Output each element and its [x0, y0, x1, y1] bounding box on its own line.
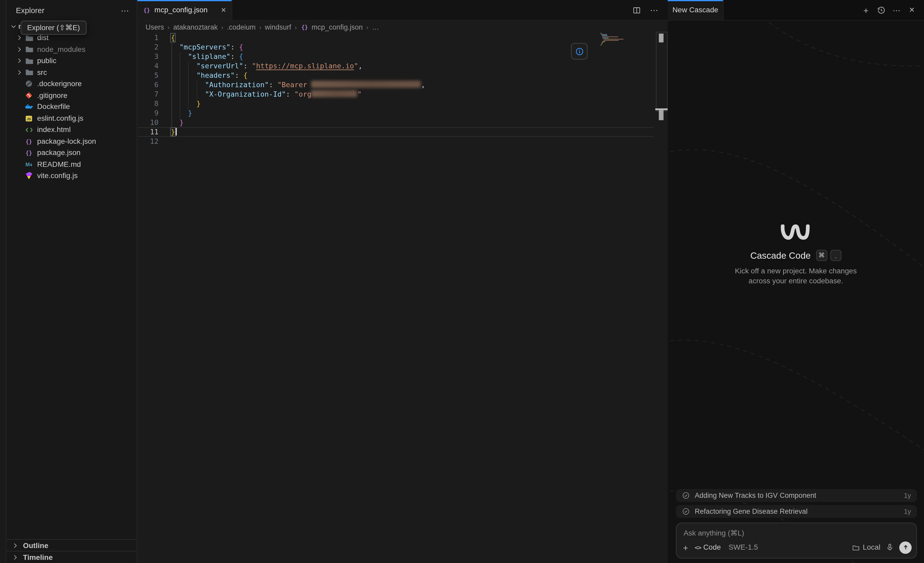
cascade-hero-title: Cascade Code: [750, 250, 811, 261]
breadcrumb-separator: ›: [295, 24, 297, 31]
history-item[interactable]: Adding New Tracks to IGV Component1y: [676, 489, 917, 502]
line-number: 4: [137, 61, 159, 71]
js-icon: JS: [24, 114, 33, 123]
editor-tab-bar: {} mcp_config.json ✕ ⋯: [137, 0, 668, 21]
markdown-icon: M: [24, 159, 33, 169]
breadcrumb[interactable]: Users›atakanoztarak›.codeium›windsurf›{}…: [137, 21, 668, 34]
vite-icon: [24, 171, 33, 180]
tree-item-eslint-config-js[interactable]: JSeslint.config.js: [6, 112, 137, 124]
svg-text:{}: {}: [301, 24, 308, 30]
breadcrumb-file[interactable]: {}mcp_config.json: [300, 23, 363, 31]
minimap-line: [600, 45, 602, 46]
chevron-right-icon: [15, 56, 24, 66]
history-age: 1y: [904, 492, 911, 499]
line-number: 7: [137, 90, 159, 99]
line-number: 1: [137, 33, 159, 42]
history-title: Adding New Tracks to IGV Component: [695, 491, 816, 500]
cascade-history-icon[interactable]: [876, 5, 886, 15]
history-item[interactable]: Refactoring Gene Disease Retrieval1y: [676, 505, 917, 518]
context-selector[interactable]: Local: [852, 544, 880, 552]
folder-icon: [24, 45, 33, 54]
tree-item-package-json[interactable]: {}package.json: [6, 147, 137, 159]
activity-rail[interactable]: [0, 0, 6, 563]
breadcrumb-item[interactable]: Users: [146, 23, 164, 31]
tree-item-node-modules[interactable]: node_modules: [6, 44, 137, 55]
line-number: 3: [137, 52, 159, 61]
tree-item-src[interactable]: src: [6, 66, 137, 78]
check-circle-icon: [682, 507, 690, 515]
minimap[interactable]: [600, 33, 640, 46]
tree-item-dockerfile[interactable]: Dockerfile: [6, 101, 137, 112]
cascade-input[interactable]: Ask anything (⌘L) + <> Code SWE-1.5: [676, 523, 917, 558]
tree-item-readme-md[interactable]: MREADME.md: [6, 159, 137, 170]
section-outline[interactable]: Outline: [6, 539, 137, 551]
code-line-8: 8 }: [137, 99, 654, 108]
code-line-10: 10 }: [137, 118, 654, 127]
windsurf-window: Explorer ⋯ mydistnode_modulespublicsrc.d…: [0, 0, 924, 563]
ignore-icon: [24, 79, 33, 88]
svg-text:{}: {}: [144, 7, 150, 13]
cascade-more-actions-icon[interactable]: ⋯: [891, 5, 902, 15]
model-selector[interactable]: SWE-1.5: [729, 544, 758, 552]
scrollbar-marker: [659, 110, 664, 120]
json-icon: {}: [24, 148, 33, 157]
tree-item-public[interactable]: public: [6, 55, 137, 66]
code-line-6: 6 "Authorization": "Bearer ,: [137, 80, 654, 90]
indent-guide: [180, 52, 180, 118]
mode-selector[interactable]: <> Code: [694, 544, 721, 552]
folder-icon: [24, 67, 33, 77]
file-tree: mydistnode_modulespublicsrc.dockerignore…: [6, 21, 137, 181]
breadcrumb-more[interactable]: …: [372, 23, 379, 31]
tree-item--gitignore[interactable]: .gitignore: [6, 90, 137, 101]
tab-new-cascade[interactable]: New Cascade: [668, 0, 724, 20]
html-icon: [24, 125, 33, 135]
breadcrumb-separator: ›: [221, 24, 224, 31]
tab-mcp-config-json[interactable]: {} mcp_config.json ✕: [137, 0, 232, 20]
minimap-line: [602, 35, 608, 36]
tree-item-index-html[interactable]: index.html: [6, 124, 137, 136]
chevron-right-icon: [15, 67, 24, 77]
breadcrumb-separator: ›: [168, 24, 170, 31]
microphone-icon[interactable]: [886, 544, 894, 552]
inline-info-button[interactable]: [571, 43, 588, 60]
minimap-line: [602, 42, 604, 43]
tree-item-vite-config-js[interactable]: vite.config.js: [6, 170, 137, 181]
code-mode-icon: <>: [694, 544, 701, 551]
line-number: 11: [137, 127, 159, 137]
explorer-more-actions-icon[interactable]: ⋯: [121, 6, 130, 15]
chevron-right-icon: [15, 45, 24, 54]
tab-close-icon[interactable]: ✕: [221, 6, 226, 14]
folder-icon: [24, 56, 33, 66]
code-line-4: 4 "serverUrl": "https://mcp.sliplane.io"…: [137, 61, 654, 71]
minimap-line: [601, 34, 607, 35]
line-number: 9: [137, 108, 159, 118]
editor-more-actions-icon[interactable]: ⋯: [650, 5, 658, 15]
explorer-tooltip: Explorer (⇧⌘E): [21, 21, 86, 35]
folder-outline-icon: [852, 544, 860, 551]
tree-item--dockerignore[interactable]: .dockerignore: [6, 78, 137, 90]
json-icon: {}: [300, 23, 309, 31]
breadcrumb-item[interactable]: atakanoztarak: [173, 23, 218, 31]
code-line-5: 5 "headers": {: [137, 71, 654, 80]
minimap-line: [600, 33, 602, 34]
send-button[interactable]: [899, 541, 912, 554]
svg-text:{}: {}: [26, 138, 32, 145]
line-number: 10: [137, 118, 159, 127]
svg-text:JS: JS: [27, 117, 31, 121]
split-editor-icon[interactable]: [632, 6, 641, 14]
line-number: 5: [137, 71, 159, 80]
breadcrumb-item[interactable]: .codeium: [227, 23, 256, 31]
breadcrumb-item[interactable]: windsurf: [265, 23, 291, 31]
section-timeline[interactable]: Timeline: [6, 551, 137, 563]
cascade-tab-bar: New Cascade + ⋯ ✕: [668, 0, 924, 21]
code-line-9: 9 }: [137, 108, 654, 118]
line-number: 8: [137, 99, 159, 108]
line-number: 12: [137, 137, 159, 146]
new-cascade-plus-icon[interactable]: +: [861, 5, 871, 15]
attach-plus-icon[interactable]: +: [683, 543, 688, 552]
tree-item-package-lock-json[interactable]: {}package-lock.json: [6, 136, 137, 147]
json-icon: {}: [24, 136, 33, 146]
chevron-right-icon: [11, 553, 20, 562]
cascade-close-icon[interactable]: ✕: [907, 5, 917, 15]
scrollbar-overview[interactable]: [656, 32, 668, 112]
